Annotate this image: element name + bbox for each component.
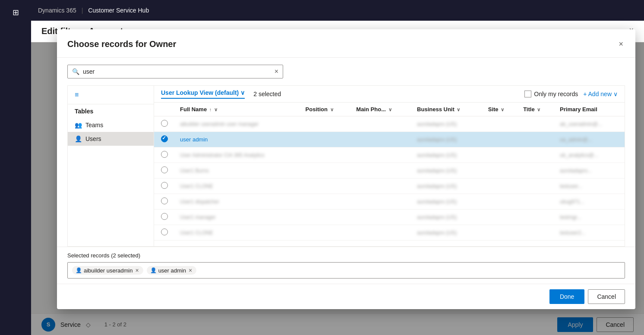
title-cell-3 <box>518 147 555 163</box>
table-row[interactable]: User Administrator CIA 365 Analytics aur… <box>154 147 625 163</box>
email-cell-2: ua_admin@... <box>555 132 625 147</box>
col-site-header[interactable]: Site ∨ <box>483 103 518 116</box>
radio-btn-6[interactable] <box>161 197 168 204</box>
table-row[interactable]: User1 Burns auroladapro (US) auroladapro… <box>154 163 625 178</box>
view-label: User Lookup View (default) <box>161 89 239 96</box>
modal-title: Choose records for Owner <box>67 39 176 49</box>
col-position-header[interactable]: Position ∨ <box>300 103 351 116</box>
phone-cell-3 <box>351 147 412 163</box>
nav-item-teams[interactable]: 👥 Teams <box>68 118 154 132</box>
bu-cell-1: auroladapro (US) <box>412 116 483 132</box>
radio-cell-2[interactable] <box>154 132 175 147</box>
add-new-chevron-icon: ∨ <box>613 91 618 97</box>
table-row[interactable]: User1 dispatcher auroladapro (US) ubug97… <box>154 194 625 210</box>
add-new-label: + Add new <box>583 91 612 97</box>
col-businessunit-header[interactable]: Business Unit ∨ <box>412 103 483 116</box>
phone-cell-6 <box>351 194 412 210</box>
site-cell-3 <box>483 147 518 163</box>
title-cell-2 <box>518 132 555 147</box>
user-admin-link[interactable]: user admin <box>180 136 208 143</box>
position-cell-7 <box>300 210 351 225</box>
position-cell-5 <box>300 178 351 194</box>
col-fullname-header[interactable]: Full Name ↑ ∨ <box>175 103 300 116</box>
data-table: Full Name ↑ ∨ Position ∨ <box>154 103 625 246</box>
only-my-records-container[interactable]: Only my records <box>524 91 578 97</box>
radio-cell-3[interactable] <box>154 147 175 163</box>
bu-cell-3: auroladapro (US) <box>412 147 483 163</box>
phone-cell-4 <box>351 163 412 178</box>
radio-cell-5[interactable] <box>154 178 175 194</box>
search-icon: 🔍 <box>72 68 79 75</box>
phone-cell-8 <box>351 225 412 241</box>
modal-actions: Done Cancel <box>57 284 635 309</box>
chip-remove-button-1[interactable]: × <box>134 267 139 274</box>
search-input[interactable] <box>83 68 275 75</box>
radio-btn-3[interactable] <box>161 151 168 158</box>
table-row[interactable]: aibuilder useradmin user manager aurolad… <box>154 116 625 132</box>
only-my-records-label: Only my records <box>534 91 578 97</box>
radio-cell-1[interactable] <box>154 116 175 132</box>
radio-cell-8[interactable] <box>154 225 175 241</box>
col-mainphone-header[interactable]: Main Pho... ∨ <box>351 103 412 116</box>
name-cell-4: User1 Burns <box>175 163 300 178</box>
top-bar: Dynamics 365 | Customer Service Hub <box>31 0 644 21</box>
radio-btn-8[interactable] <box>161 229 168 235</box>
modal-close-button[interactable]: × <box>617 38 625 50</box>
table-row[interactable]: User1 CLONE auroladapro (US) testuser... <box>154 178 625 194</box>
title-cell-8 <box>518 225 555 241</box>
email-cell-4: auroladapro... <box>555 163 625 178</box>
top-bar-sep: | <box>82 7 83 14</box>
chip-remove-button-2[interactable]: × <box>188 267 193 274</box>
email-cell-6: ubug971... <box>555 194 625 210</box>
cancel-button[interactable]: Cancel <box>588 289 625 304</box>
radio-btn-7[interactable] <box>161 213 168 220</box>
radio-btn-4[interactable] <box>161 166 168 173</box>
chip-label-1: aibuilder useradmin <box>84 267 133 274</box>
search-clear-button[interactable]: × <box>275 68 278 75</box>
view-selector[interactable]: User Lookup View (default) ∨ <box>161 89 245 99</box>
only-my-records-checkbox[interactable] <box>524 91 531 97</box>
users-label: Users <box>85 135 101 142</box>
site-filter-icon: ∨ <box>501 107 504 112</box>
done-button[interactable]: Done <box>549 289 584 304</box>
radio-btn-5[interactable] <box>161 182 168 189</box>
selected-chip-1: 👤 aibuilder useradmin × <box>72 266 143 275</box>
site-cell-5 <box>483 178 518 194</box>
site-cell-7 <box>483 210 518 225</box>
name-cell-3: User Administrator CIA 365 Analytics <box>175 147 300 163</box>
chip-person-icon-2: 👤 <box>150 267 157 273</box>
radio-cell-6[interactable] <box>154 194 175 210</box>
fullname-filter-icon: ∨ <box>214 107 218 112</box>
modal-body: 🔍 × ≡ Tables 👥 <box>57 58 635 247</box>
radio-btn-2[interactable] <box>161 135 168 142</box>
phone-cell-5 <box>351 178 412 194</box>
name-cell-1: aibuilder useradmin user manager <box>175 116 300 132</box>
hamburger-icon[interactable]: ≡ <box>75 91 79 99</box>
app-module: Customer Service Hub <box>88 7 149 14</box>
table-row[interactable]: User1 CLONE auroladapro (US) testuser2..… <box>154 225 625 241</box>
app-name: Dynamics 365 <box>38 7 76 14</box>
position-cell-1 <box>300 116 351 132</box>
tables-nav-header: ≡ <box>68 86 154 104</box>
selected-records-label: Selected records (2 selected) <box>67 252 625 259</box>
businessunit-filter-icon: ∨ <box>457 107 460 112</box>
nav-item-users[interactable]: 👤 Users <box>68 132 154 146</box>
radio-btn-1[interactable] <box>161 120 168 127</box>
fullname-sort-icon: ↑ <box>209 107 212 112</box>
app-sidebar: ⊞ <box>0 0 31 335</box>
waffle-icon[interactable]: ⊞ <box>9 4 22 21</box>
radio-cell-4[interactable] <box>154 163 175 178</box>
position-cell-8 <box>300 225 351 241</box>
add-new-button[interactable]: + Add new ∨ <box>583 91 618 97</box>
name-cell-2: user admin <box>175 132 300 147</box>
search-box: 🔍 × <box>67 65 283 78</box>
col-title-header[interactable]: Title ∨ <box>518 103 555 116</box>
view-chevron-icon: ∨ <box>240 89 245 96</box>
radio-cell-7[interactable] <box>154 210 175 225</box>
col-email-header[interactable]: Primary Email <box>555 103 625 116</box>
table-row[interactable]: User1 manager auroladapro (US) testmgr..… <box>154 210 625 225</box>
title-cell-5 <box>518 178 555 194</box>
panel-area: ≡ Tables 👥 Teams 👤 Users <box>67 85 625 247</box>
table-row[interactable]: user admin auroladapro (US) ua_admin@... <box>154 132 625 147</box>
phone-cell-2 <box>351 132 412 147</box>
